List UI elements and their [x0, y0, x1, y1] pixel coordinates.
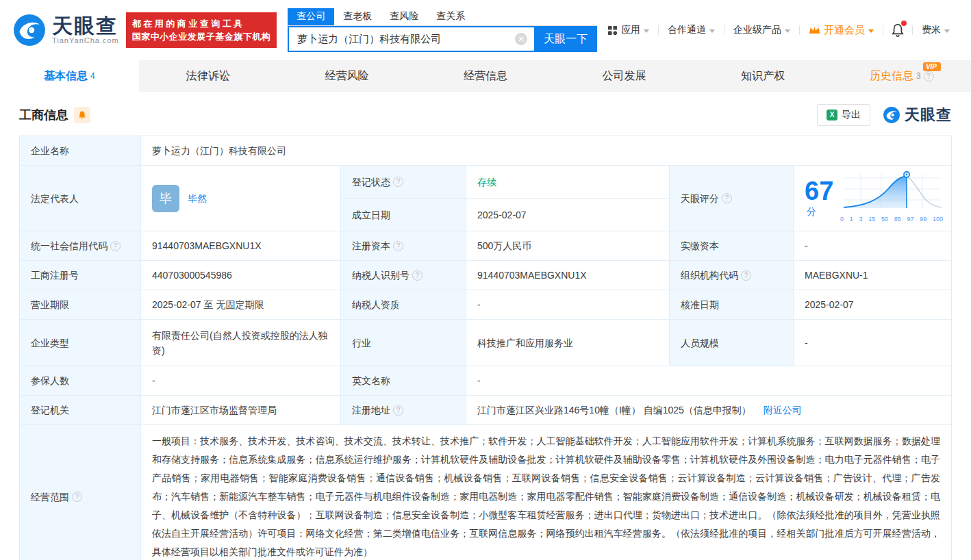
score-unit: 分 — [807, 206, 816, 217]
field-label: 纳税人识别号 — [341, 261, 466, 290]
company-name-value: 萝卜运力（江门）科技有限公司 — [141, 136, 951, 165]
search-tab-boss[interactable]: 查老板 — [334, 8, 381, 25]
monitor-bell-button[interactable] — [74, 107, 90, 123]
search-input[interactable] — [288, 26, 534, 52]
field-label: 营业期限 — [20, 290, 141, 319]
score-axis-ticks: 01 315 5085 9799 100 — [840, 212, 943, 227]
menu-enterprise-label: 企业级产品 — [733, 24, 781, 36]
watermark-logo: 天眼查 — [883, 105, 952, 125]
tab-history-count: 3 — [916, 71, 921, 81]
paid-capital-value: - — [794, 231, 951, 260]
legal-rep-cell: 毕 毕然 — [141, 166, 341, 231]
tab-basic-count: 4 — [90, 71, 95, 81]
tab-history-label: 历史信息 — [870, 69, 913, 84]
table-row: 营业期限 2025-02-07 至 无固定期限 纳税人资质 - 核准日期 202… — [20, 290, 951, 320]
bell-icon — [78, 110, 86, 120]
english-name-value: - — [466, 366, 951, 395]
field-label: 注册地址 — [341, 396, 466, 424]
menu-partner-label: 合作通道 — [668, 24, 706, 36]
tab-basic-label: 基本信息 — [44, 69, 88, 84]
search-module: 查公司 查老板 查风险 查关系 ✕ 天眼一下 — [288, 8, 597, 52]
help-icon[interactable] — [393, 405, 403, 416]
tab-legal-label: 法律诉讼 — [186, 69, 230, 84]
apps-grid-icon — [607, 25, 618, 36]
search-button[interactable]: 天眼一下 — [534, 26, 597, 52]
search-tab-company[interactable]: 查公司 — [288, 8, 334, 25]
chevron-down-icon — [644, 29, 649, 33]
export-button[interactable]: X 导出 — [817, 104, 870, 126]
business-term-value: 2025-02-07 至 无固定期限 — [141, 290, 341, 319]
status-date-subgrid: 登记状态 存续 成立日期 2025-02-07 — [341, 166, 670, 231]
table-row: 工商注册号 440703000545986 纳税人识别号 91440703MAE… — [20, 261, 951, 290]
field-label: 纳税人资质 — [341, 290, 466, 319]
score-label: 天眼评分 — [681, 191, 719, 206]
help-icon[interactable] — [72, 492, 82, 502]
user-menu[interactable]: 费米 — [913, 24, 959, 36]
score-value: 67 — [805, 177, 833, 205]
help-icon[interactable] — [722, 193, 732, 203]
legal-rep-link[interactable]: 毕然 — [188, 191, 207, 206]
tab-history-info[interactable]: VIP 历史信息 3 — [832, 60, 971, 92]
avatar: 毕 — [152, 185, 179, 212]
score-cell: 67分 — [794, 166, 951, 231]
menu-apps-label: 应用 — [621, 24, 640, 36]
business-info-table: 企业名称 萝卜运力（江门）科技有限公司 法定代表人 毕 毕然 登记状态 存续 成… — [19, 136, 952, 560]
reg-status-value: 存续 — [466, 166, 669, 199]
search-tabs: 查公司 查老板 查风险 查关系 — [288, 8, 597, 26]
staff-size-value: - — [794, 320, 951, 366]
help-icon[interactable] — [741, 270, 751, 281]
table-row: 参保人数 - 英文名称 - — [20, 366, 951, 396]
notifications-bell[interactable] — [883, 23, 912, 37]
table-row: 企业名称 萝卜运力（江门）科技有限公司 — [20, 136, 951, 166]
username: 费米 — [922, 24, 941, 36]
tab-basic-info[interactable]: 基本信息 4 — [0, 60, 139, 92]
menu-apps[interactable]: 应用 — [598, 24, 658, 36]
section-title: 工商信息 — [19, 107, 68, 123]
taxpayer-quality-value: - — [466, 290, 670, 319]
menu-vip[interactable]: 开通会员 — [800, 24, 883, 37]
slogan-badge: 都在用的商业查询工具 国家中小企业发展子基金旗下机构 — [126, 12, 277, 48]
slogan-line1: 都在用的商业查询工具 — [132, 17, 271, 30]
tianyancha-logo[interactable]: 天眼查 TianYanCha.com — [12, 13, 119, 47]
chevron-down-icon — [944, 29, 950, 33]
tab-legal[interactable]: 法律诉讼 — [139, 60, 278, 92]
crown-icon — [809, 25, 820, 35]
watermark-brand-text: 天眼查 — [905, 105, 952, 125]
reg-address-cell: 江门市蓬江区兴业路146号10幢（I幢） 自编1025（信息申报制） 附近公司 — [466, 396, 951, 424]
field-label: 核准日期 — [670, 290, 794, 319]
field-label: 企业类型 — [20, 320, 141, 366]
field-label: 行业 — [341, 320, 466, 366]
approval-date-value: 2025-02-07 — [794, 290, 951, 319]
excel-icon: X — [827, 110, 837, 120]
help-icon[interactable] — [110, 241, 121, 251]
section-toolbar: 工商信息 X 导出 天眼查 — [0, 92, 971, 136]
brand-domain: TianYanCha.com — [52, 36, 119, 44]
field-label: 人员规模 — [670, 320, 794, 366]
field-label: 实缴资本 — [670, 231, 794, 260]
chevron-down-icon — [709, 29, 715, 33]
reg-capital-value: 500万人民币 — [466, 231, 670, 260]
est-date-value: 2025-02-07 — [466, 199, 669, 231]
tab-development-label: 公司发展 — [603, 69, 646, 84]
help-icon[interactable] — [412, 270, 423, 281]
slogan-line2: 国家中小企业发展子基金旗下机构 — [132, 30, 271, 43]
search-tab-relation[interactable]: 查关系 — [427, 8, 474, 25]
field-label: 成立日期 — [341, 199, 466, 231]
nearby-companies-link[interactable]: 附近公司 — [764, 403, 802, 418]
tab-operating-risk[interactable]: 经营风险 — [277, 60, 416, 92]
table-row: 法定代表人 毕 毕然 登记状态 存续 成立日期 2025-02-07 天眼评分 — [20, 166, 951, 231]
field-label: 登记机关 — [20, 396, 141, 424]
tab-intellectual-property[interactable]: 知识产权 — [694, 60, 833, 92]
field-label: 法定代表人 — [20, 166, 141, 231]
brand-name: 天眼查 — [52, 16, 119, 36]
notification-dot — [901, 21, 907, 26]
tab-company-development[interactable]: 公司发展 — [555, 60, 694, 92]
help-icon[interactable] — [393, 241, 403, 251]
search-tab-risk[interactable]: 查风险 — [381, 8, 427, 25]
menu-enterprise[interactable]: 企业级产品 — [724, 24, 799, 36]
menu-partner[interactable]: 合作通道 — [659, 24, 724, 36]
help-icon[interactable] — [924, 71, 934, 81]
insured-count-value: - — [141, 366, 341, 395]
tab-operating-info[interactable]: 经营信息 — [416, 60, 555, 92]
help-icon[interactable] — [393, 177, 403, 187]
